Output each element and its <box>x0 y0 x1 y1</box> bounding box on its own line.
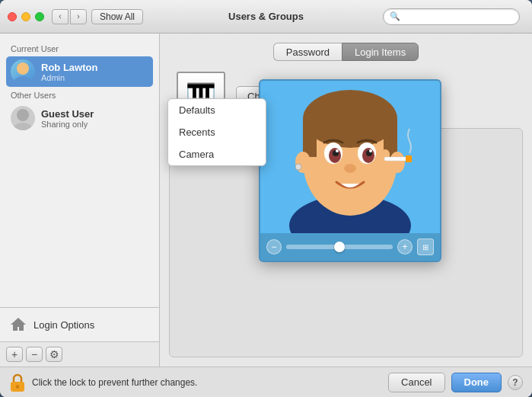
right-panel: Password Login Items 🎹 Change Password..… <box>160 34 532 367</box>
avatar-rob <box>11 59 35 84</box>
search-box[interactable]: 🔍 <box>383 8 520 25</box>
window-title: Users & Groups <box>228 11 304 22</box>
dropdown-item-defaults[interactable]: Defaults <box>168 99 266 121</box>
zoom-slider-thumb <box>334 242 345 252</box>
sidebar-footer: Login Options + − ⚙ <box>0 307 159 367</box>
zoom-slider[interactable] <box>286 245 393 249</box>
sidebar-item-text-rob: Rob Lawton Admin <box>41 62 97 82</box>
user-role-guest: Sharing only <box>41 120 94 129</box>
sidebar-item-rob[interactable]: Rob Lawton Admin <box>6 56 153 87</box>
sidebar: Current User Rob Lawton Admin Other User… <box>0 34 160 367</box>
house-icon <box>9 315 27 334</box>
dropdown-item-camera[interactable]: Camera <box>168 143 266 165</box>
grid-view-button[interactable]: ⊞ <box>417 239 434 255</box>
avatar-picker-controls: − + ⊞ <box>260 233 440 261</box>
guest-avatar-icon <box>11 106 35 130</box>
remove-user-button[interactable]: − <box>26 347 43 362</box>
avatar-picker-image[interactable] <box>260 81 440 233</box>
svg-point-20 <box>336 149 339 152</box>
close-button[interactable] <box>8 12 17 21</box>
svg-point-8 <box>303 90 397 148</box>
avatar-guest <box>11 106 35 130</box>
svg-point-1 <box>14 76 32 84</box>
login-options-label: Login Options <box>33 319 94 331</box>
other-users-label: Other Users <box>6 88 153 103</box>
cancel-button[interactable]: Cancel <box>388 373 444 392</box>
nav-buttons: ‹ › <box>52 9 87 24</box>
svg-point-0 <box>17 62 29 75</box>
sidebar-item-text-guest: Guest User Sharing only <box>41 108 94 129</box>
svg-rect-25 <box>384 157 407 161</box>
current-user-label: Current User <box>6 41 153 56</box>
back-button[interactable]: ‹ <box>52 9 68 24</box>
svg-point-2 <box>17 109 29 121</box>
dropdown-item-recents[interactable]: Recents <box>168 121 266 143</box>
cartoon-face <box>266 81 434 233</box>
search-icon: 🔍 <box>390 11 400 21</box>
user-name-rob: Rob Lawton <box>41 62 97 73</box>
minimize-button[interactable] <box>21 12 30 21</box>
tabs-row: Password Login Items <box>169 43 523 61</box>
tab-login-items[interactable]: Login Items <box>342 43 419 61</box>
maximize-button[interactable] <box>35 12 44 21</box>
lock-icon[interactable] <box>9 373 26 392</box>
show-all-button[interactable]: Show All <box>91 9 143 24</box>
title-bar: ‹ › Show All Users & Groups 🔍 <box>0 0 532 34</box>
window: ‹ › Show All Users & Groups 🔍 Current Us… <box>0 0 532 397</box>
user-avatar-icon <box>11 59 35 84</box>
bottom-bar: Click the lock to prevent further change… <box>0 367 532 397</box>
zoom-out-button[interactable]: − <box>266 239 282 255</box>
svg-rect-28 <box>16 385 19 389</box>
bottom-right-buttons: Cancel Done ? <box>388 373 523 392</box>
svg-point-21 <box>369 149 372 152</box>
sidebar-toolbar: + − ⚙ <box>0 341 159 367</box>
dropdown-popup: Defaults Recents Camera <box>167 98 266 166</box>
lock-text: Click the lock to prevent further change… <box>32 377 197 388</box>
svg-rect-26 <box>406 155 412 162</box>
sidebar-item-guest[interactable]: Guest User Sharing only <box>6 103 153 133</box>
forward-button[interactable]: › <box>70 9 87 24</box>
svg-point-12 <box>390 152 405 173</box>
main-content: Current User Rob Lawton Admin Other User… <box>0 34 532 367</box>
gear-button[interactable]: ⚙ <box>46 347 62 362</box>
svg-point-22 <box>344 164 356 173</box>
add-user-button[interactable]: + <box>6 347 23 362</box>
traffic-lights <box>8 12 44 21</box>
user-role-rob: Admin <box>41 73 97 82</box>
search-input[interactable] <box>403 11 513 22</box>
avatar-picker: − + ⊞ <box>259 79 441 262</box>
svg-rect-9 <box>303 119 317 157</box>
tab-password[interactable]: Password <box>273 43 342 61</box>
svg-point-3 <box>14 123 32 130</box>
svg-point-13 <box>295 164 301 170</box>
user-name-guest: Guest User <box>41 108 94 120</box>
login-options-item[interactable]: Login Options <box>0 308 159 341</box>
help-button[interactable]: ? <box>508 375 523 390</box>
done-button[interactable]: Done <box>451 373 502 392</box>
sidebar-inner: Current User Rob Lawton Admin Other User… <box>0 34 159 307</box>
lock-icon-area: Click the lock to prevent further change… <box>9 373 382 392</box>
zoom-in-button[interactable]: + <box>397 239 413 255</box>
